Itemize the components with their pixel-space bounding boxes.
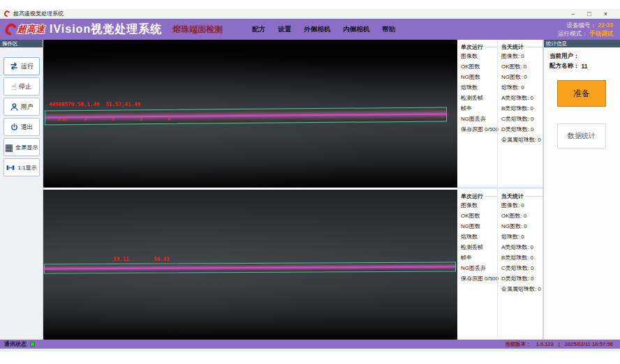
stat-row: A类熔珠数:0 [501,93,542,103]
window-title: 超高速视觉处理系统 [13,10,64,17]
version-info: 当前版本： 1.0.123 | 2025/02/11 16:57:56 [505,341,613,348]
version-value: 1.0.123 [536,341,554,348]
user-button[interactable]: 用户 [3,98,40,116]
stat-row: 熔珠数:0 [501,82,542,93]
stat-row: NG图数 [461,221,497,232]
version-label: 当前版本： [505,341,531,348]
tick-label: 0 [112,116,115,121]
stat-row: B类熔珠数:0 [501,252,542,263]
data-statistics-button[interactable]: 数据统计 [557,123,606,149]
one-to-one-button[interactable]: 1:1显示 [3,158,40,176]
recipe-name-label: 配方名称： [549,62,580,70]
datetime-value: 2025/02/11 16:57:56 [565,341,613,348]
stat-row: 图像数:0 [501,51,542,61]
comm-status-indicator [30,342,35,347]
menu-item[interactable]: 配方 [252,25,265,34]
weld-bead-line [45,113,446,118]
device-info: 设备编号： 22-33 运行模式： 手动调试 [558,21,613,38]
minimize-button[interactable]: − [571,9,575,19]
run-mode-label: 运行模式： [558,30,588,37]
statistics-column: 单次运行 图像数OK图数NG图数熔珠数检测丢帧帧率NG图丢弃保存原图0/500 … [457,40,543,340]
stat-row: C类熔珠数:0 [501,114,542,124]
menu-item[interactable]: 设置 [278,25,291,34]
stat-row: OK图数 [461,211,497,221]
stat-row: 帧率 [461,252,497,263]
run-icon [9,61,19,71]
app-header: 超高速 IVision视觉处理系统 熔珠端面检测 配方设置外侧相机内侧相机帮助 … [0,19,620,40]
main-menu: 配方设置外侧相机内侧相机帮助 [252,25,395,34]
stat-row: NG图丢弃 [461,114,497,124]
app-window: 超高速视觉处理系统 − □ × 超高速 IVision视觉处理系统 熔珠端面检测… [0,0,620,364]
device-number-label: 设备编号： [566,22,596,29]
stat-row: OK图数:0 [501,211,542,221]
stat-row: 熔珠数 [461,232,497,242]
stat-row: 帧率 [461,103,497,114]
tick-label: 0 [168,116,170,121]
stat-row: C类熔珠数:0 [501,263,542,273]
module-subtitle: 熔珠端面检测 [172,24,223,36]
tick-label: 3.65 [57,116,67,121]
menu-item[interactable]: 内侧相机 [343,25,369,34]
maximize-button[interactable]: □ [587,9,591,19]
exit-label: 退出 [21,123,34,132]
stat-row: 图像数 [461,51,497,61]
daily-stats-header: 当天统计 [501,43,542,51]
status-bar: 通讯状态 当前版本： 1.0.123 | 2025/02/11 16:57:56 [0,340,620,349]
menu-item[interactable]: 帮助 [382,25,395,34]
stop-button[interactable]: ☝ 停止 [3,77,40,96]
stat-row: D类熔珠数:0 [501,124,542,135]
user-icon [10,103,19,112]
operation-sidebar: 操作区 运行 ☝ 停止 用户 [0,40,43,340]
brand-name: 超高速 [17,23,45,36]
info-panel-title: 统计信息 [544,40,620,47]
stat-row: 熔珠数:0 [501,232,542,242]
measurement-label: 53.11 [113,256,129,262]
stat-row: 检测丢帧 [461,93,497,103]
app-logo-icon [3,10,10,18]
detection-coords-annotation: 44988579.58,1.49 31.57,41.49 [49,101,140,107]
stat-row: NG图数 [461,72,497,82]
stat-row: D类熔珠数:0 [501,273,542,284]
stat-row: 图像数 [461,200,497,211]
menu-item[interactable]: 外侧相机 [304,25,330,34]
device-number-value: 22-33 [598,22,613,29]
fullscreen-label: 全屏显示 [15,144,38,151]
single-run-header: 单次运行 [461,43,497,51]
stat-row: 检测丢帧 [461,242,497,252]
sidebar-title: 操作区 [0,40,43,47]
tick-label: 0 [140,116,142,121]
weld-bead-line [45,266,455,269]
bottom-edge-strip [0,349,620,351]
stat-row: OK图数 [461,61,497,72]
stat-row: OK图数:0 [501,61,542,72]
stat-row: 熔珠数 [461,82,497,93]
stat-row: 图像数:0 [501,200,542,211]
one-to-one-label: 1:1显示 [17,164,36,172]
stat-row: 保存原图0/500 [461,124,497,135]
tick-label: 0 [84,116,87,121]
exit-button[interactable]: 退出 [3,118,40,136]
close-button[interactable]: × [604,9,607,19]
power-icon [10,123,19,132]
camera-view-inner[interactable]: 53.1156.43 [43,190,457,340]
stat-row: 金属屑熔珠数:0 [501,135,542,145]
stop-label: 停止 [19,82,31,91]
brand-logo-icon [3,21,19,37]
stat-row: A类熔珠数:0 [501,242,542,252]
run-button[interactable]: 运行 [3,57,40,75]
stat-row: NG图丢弃 [461,263,497,273]
comm-status-label: 通讯状态 [4,340,27,348]
run-label: 运行 [21,62,34,71]
user-label: 用户 [21,103,34,112]
window-titlebar: 超高速视觉处理系统 − □ × [0,9,620,19]
stat-row: NG图数:0 [501,221,542,232]
run-mode-value: 手动调试 [589,30,613,37]
measurement-label: 56.43 [154,256,170,262]
single-run-header: 单次运行 [461,192,497,200]
camera-view-outer[interactable]: 44988579.58,1.49 31.57,41.49 3.650000 [43,40,457,188]
prepare-button[interactable]: 准备 [557,80,606,107]
one-to-one-icon [6,163,15,172]
app-title: IVision视觉处理系统 [50,22,162,37]
fullscreen-button[interactable]: ▦ 全屏显示 [3,138,40,156]
statistics-info-panel: 统计信息 当前用户： 配方名称： 11 准备 数据统计 [543,40,620,340]
